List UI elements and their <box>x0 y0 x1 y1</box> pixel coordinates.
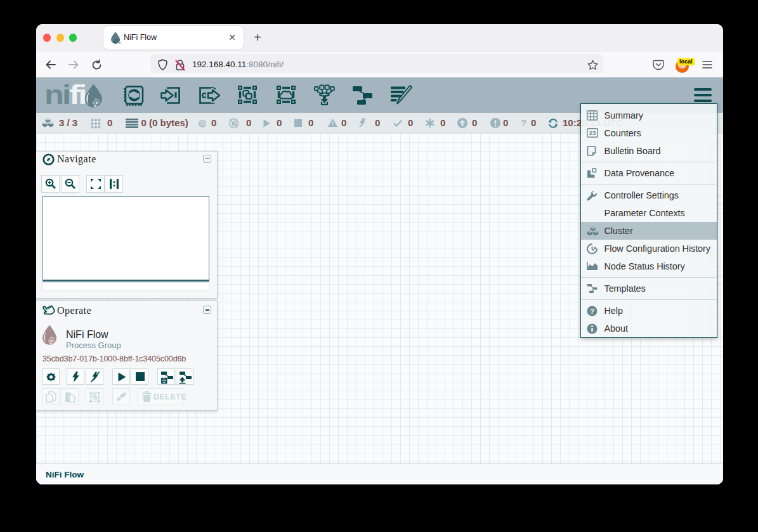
svg-text:23: 23 <box>589 129 595 136</box>
svg-text:?: ? <box>590 308 594 315</box>
